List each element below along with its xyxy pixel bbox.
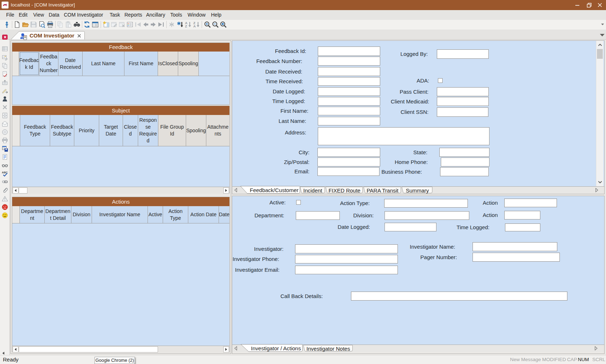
sort-ascending-icon[interactable]: A Z (185, 21, 192, 28)
open-folder-icon[interactable] (22, 21, 29, 28)
column-header-division[interactable]: Division (71, 206, 92, 223)
actions-grid-body[interactable] (12, 223, 229, 346)
scroll-down-button[interactable] (596, 179, 603, 186)
client-ssn-input[interactable] (437, 107, 488, 117)
refresh-icon[interactable] (83, 21, 91, 28)
scrollbar-thumb[interactable] (19, 187, 27, 194)
copy-icon[interactable] (57, 21, 64, 28)
menu-edit[interactable]: Edit (19, 10, 27, 20)
previous-record-icon[interactable] (142, 21, 149, 28)
smiley-face-icon[interactable] (2, 212, 8, 218)
tab-investigator-actions-label[interactable]: Investigator / Actions (250, 345, 302, 352)
warning-icon[interactable] (2, 196, 8, 202)
action-input-1[interactable] (504, 199, 557, 207)
menu-task[interactable]: Task (110, 10, 120, 20)
home-phone-input[interactable] (441, 157, 489, 167)
last-record-icon[interactable] (157, 21, 164, 28)
grid-save-icon[interactable] (2, 146, 8, 152)
tab-scroll-left-icon[interactable] (234, 188, 237, 192)
call-back-details-input[interactable] (351, 292, 567, 301)
column-header-file-group-id[interactable]: File Group Id (158, 115, 186, 146)
spellcheck-icon[interactable]: ABC (2, 170, 8, 177)
close-x-icon[interactable] (2, 104, 8, 110)
toolbar-overflow-icon[interactable] (601, 23, 604, 26)
action-input-2[interactable] (504, 211, 540, 219)
tab-summary-label[interactable]: Summary (402, 187, 432, 194)
menu-reports[interactable]: Reports (124, 10, 142, 20)
date-received-input[interactable] (318, 67, 380, 76)
subject-grid-body[interactable] (12, 146, 229, 187)
zoom-selection-icon[interactable] (220, 21, 227, 28)
copy-pages-icon[interactable] (2, 63, 8, 69)
print-icon[interactable] (47, 21, 54, 28)
menu-help[interactable]: Help (211, 10, 221, 20)
eyeglasses-icon[interactable] (2, 162, 8, 168)
table-view-icon[interactable] (92, 21, 99, 28)
tab-scroll-right-icon[interactable] (594, 346, 598, 351)
next-record-icon[interactable] (150, 21, 157, 28)
row-selector-header[interactable] (12, 52, 19, 76)
state-input[interactable] (439, 148, 489, 157)
column-header-feedback-subtype[interactable]: Feedback Subtype (50, 115, 74, 146)
record-properties-icon[interactable] (126, 21, 133, 28)
archive-up-icon[interactable] (2, 79, 8, 85)
vertical-scrollbar[interactable] (596, 41, 603, 186)
column-header-active[interactable]: Active (148, 206, 163, 223)
time-logged-action-input[interactable] (505, 223, 540, 231)
menu-com-investigator[interactable]: COM Investigator (64, 10, 103, 20)
row-selector-header[interactable] (12, 206, 20, 223)
scroll-right-button[interactable] (223, 346, 229, 352)
filter-icon[interactable] (168, 21, 175, 28)
investigator-name-input[interactable] (473, 242, 557, 251)
save-icon[interactable] (30, 21, 37, 28)
menu-ancillary[interactable]: Ancillary (146, 10, 165, 20)
tab-fixed-route-label[interactable]: FIXED Route (326, 187, 363, 194)
column-header-response-required[interactable]: Response Required (138, 115, 158, 146)
disc-icon[interactable] (2, 129, 8, 135)
scroll-left-button[interactable] (13, 346, 18, 352)
column-header-spooling[interactable]: Spooling (186, 115, 206, 146)
actions-horizontal-scrollbar[interactable] (12, 346, 229, 353)
column-header-isclosed[interactable]: IsClosed (158, 52, 178, 76)
tab-scroll-right-icon[interactable] (595, 188, 598, 192)
sort-descending-icon[interactable]: Z A (193, 21, 200, 28)
image-edit-icon[interactable] (2, 54, 8, 61)
column-header-first-name[interactable]: First Name (124, 52, 158, 76)
first-record-icon[interactable] (135, 21, 142, 28)
column-header-feedback-type[interactable]: Feedback Type (20, 115, 50, 146)
column-header-last-name[interactable]: Last Name (83, 52, 124, 76)
feedback-grid-body[interactable] (12, 76, 229, 105)
column-header-department[interactable]: Department (20, 206, 45, 223)
document-tab-label[interactable]: COM Investigator (30, 31, 78, 40)
pass-client-input[interactable] (437, 87, 489, 96)
menu-file[interactable]: File (6, 10, 14, 20)
printer-icon[interactable] (2, 137, 8, 143)
paste-icon[interactable] (65, 21, 72, 28)
new-document-icon[interactable] (13, 21, 21, 28)
tab-scroll-left-icon[interactable] (234, 346, 237, 351)
column-header-priority[interactable]: Priority (74, 115, 99, 146)
business-phone-input[interactable] (440, 167, 489, 176)
close-tab-icon[interactable] (77, 34, 81, 38)
address-input[interactable] (318, 127, 489, 145)
filter-by-selection-icon[interactable] (177, 21, 184, 28)
mail-open-icon[interactable] (2, 121, 8, 127)
menu-view[interactable]: View (33, 10, 44, 20)
scroll-right-button[interactable] (223, 187, 229, 194)
cabinet-icon[interactable] (2, 112, 8, 119)
delete-record-icon[interactable] (118, 21, 126, 28)
pager-number-input[interactable] (473, 253, 560, 262)
overflow-left-icon[interactable] (2, 351, 5, 355)
edit-forward-icon[interactable] (2, 88, 8, 94)
find-icon[interactable] (73, 21, 80, 28)
menu-window[interactable]: Window (188, 10, 206, 20)
column-header-target-date[interactable]: Target Date (99, 115, 123, 146)
scroll-up-button[interactable] (596, 41, 603, 48)
scroll-left-button[interactable] (13, 187, 18, 194)
column-header-action-type[interactable]: Action Type (163, 206, 188, 223)
new-record-icon[interactable] (102, 21, 110, 28)
subject-horizontal-scrollbar[interactable] (12, 187, 229, 194)
client-medicaid-input[interactable] (437, 97, 489, 106)
close-document-red-button[interactable] (2, 35, 8, 40)
last-name-input[interactable] (318, 117, 380, 125)
